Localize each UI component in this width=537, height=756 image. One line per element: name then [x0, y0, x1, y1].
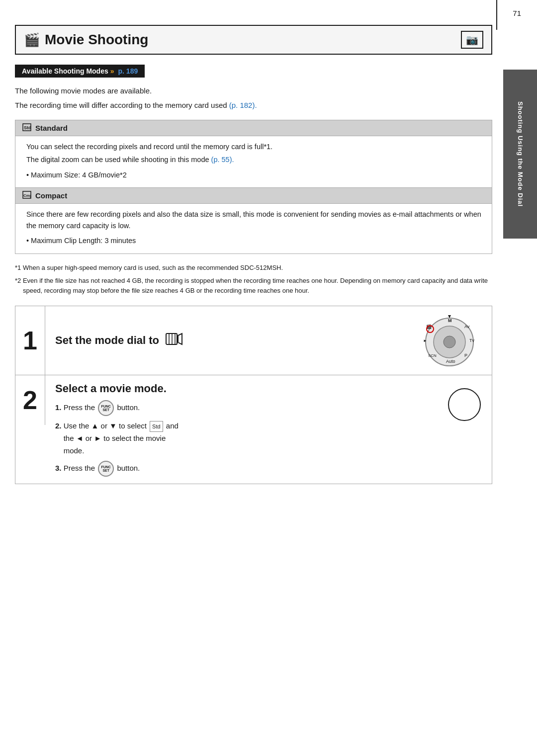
step-2-circle-icon: [437, 382, 482, 422]
compact-mode-body: Since there are few recording pixels and…: [15, 204, 492, 253]
camera-icon-box: 📷: [461, 31, 483, 49]
footnote-1: *1 When a super high-speed memory card i…: [15, 263, 492, 273]
page-title: 🎬 Movie Shooting: [24, 32, 148, 48]
standard-bullet: • Maximum Size: 4 GB/movie*2: [26, 169, 485, 180]
modes-table: Std Standard You can select the recordin…: [15, 120, 492, 254]
compact-bullet: • Maximum Clip Length: 3 minutes: [26, 235, 485, 246]
camera-icon: 📷: [466, 34, 478, 45]
steps-section: 1 Set the mode dial to: [15, 306, 492, 484]
intro-line2: The recording time will differ according…: [15, 100, 492, 111]
svg-text:Tv: Tv: [469, 338, 474, 343]
step-1-number: 1: [15, 306, 45, 375]
circle-button-icon: [447, 387, 482, 422]
svg-text:Std: Std: [24, 125, 31, 130]
footnotes: *1 When a super high-speed memory card i…: [15, 263, 492, 296]
chevrons-icon: »: [110, 67, 114, 75]
step-2-instruction-1: 1. Press the FUNCSET button.: [55, 400, 437, 416]
footnote-2: *2 Even if the file size has not reached…: [15, 276, 492, 296]
mode-dial-image: M Av Tv P Auto SCN ► 🎬: [417, 313, 482, 368]
standard-mode-body: You can select the recording pixels and …: [15, 136, 492, 188]
page-number: 71: [513, 9, 521, 17]
step-2-instruction-3: 3. Press the FUNCSET button.: [55, 461, 437, 477]
svg-text:Av: Av: [464, 324, 470, 329]
step-2-number: 2: [15, 375, 45, 425]
func-set-btn-1: FUNCSET: [98, 400, 114, 416]
svg-text:Auto: Auto: [446, 359, 455, 364]
intro-line1: The following movie modes are available.: [15, 85, 492, 97]
standard-mode-icon: Std: [22, 123, 31, 133]
movie-icon: 🎬: [24, 32, 40, 48]
step-1-title: Set the mode dial to: [55, 332, 183, 349]
svg-marker-5: [178, 334, 182, 344]
step-2-instructions: 1. Press the FUNCSET button. 2. Use the …: [55, 400, 437, 477]
std-icon-inline: Std: [150, 421, 163, 432]
svg-point-22: [448, 389, 480, 420]
page-top-rule: [496, 0, 497, 30]
step-1-content: Set the mode dial to: [45, 306, 492, 375]
step-1-icon: [165, 332, 183, 349]
page-title-section: 🎬 Movie Shooting 📷: [15, 25, 492, 55]
available-modes-bar: Available Shooting Modes » p. 189: [15, 65, 492, 85]
svg-text:►: ►: [423, 338, 427, 343]
func-set-btn-2: FUNCSET: [98, 461, 114, 477]
standard-body2: The digital zoom can be used while shoot…: [26, 154, 485, 165]
svg-text:Cmp: Cmp: [23, 193, 31, 198]
step-2-content: Select a movie mode. 1. Press the FUNCSE…: [45, 375, 492, 484]
svg-text:M: M: [448, 318, 452, 323]
svg-point-11: [444, 336, 455, 348]
sidebar-label: Shooting Using the Mode Dial: [503, 70, 537, 239]
svg-text:P: P: [464, 353, 467, 358]
step-2-title: Select a movie mode.: [55, 382, 437, 395]
standard-mode-header: Std Standard: [15, 120, 492, 136]
step-2-instruction-2: 2. Use the ▲ or ▼ to select Std and the …: [55, 420, 437, 457]
compact-body1: Since there are few recording pixels and…: [26, 209, 485, 231]
step-1-row: 1 Set the mode dial to: [15, 306, 492, 375]
standard-body1: You can select the recording pixels and …: [26, 141, 485, 152]
compact-mode-header: Cmp Compact: [15, 188, 492, 204]
compact-mode-icon: Cmp: [22, 191, 31, 200]
svg-text:SCN: SCN: [428, 353, 437, 358]
step-2-row: 2 Select a movie mode. 1. Press the FUNC…: [15, 375, 492, 484]
